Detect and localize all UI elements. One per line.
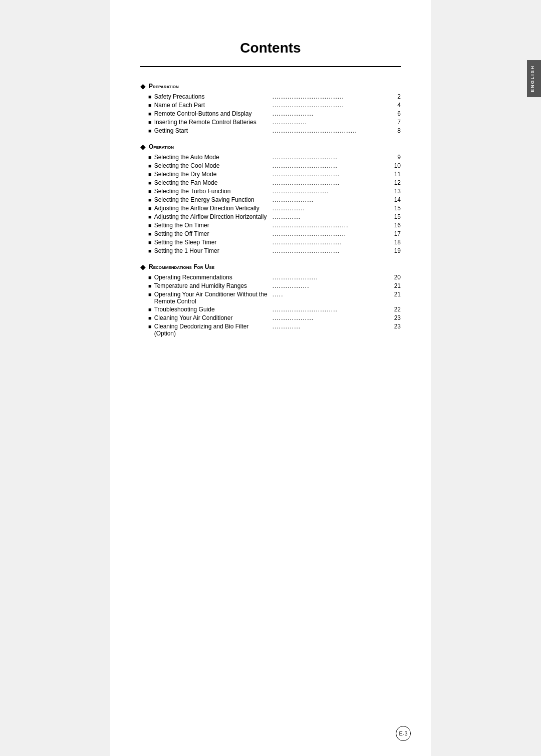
toc-item: ■Name of Each Part .....................…: [140, 102, 401, 109]
toc-item: ■Operating Your Air Conditioner Without …: [140, 291, 401, 305]
toc-label: Selecting the Fan Mode: [154, 179, 270, 186]
toc-bullet-icon: ■: [148, 231, 152, 237]
section-title-preparation: Preparation: [149, 83, 179, 90]
toc-page-number: 11: [391, 171, 401, 178]
toc-item: ■Operating Recommendations .............…: [140, 274, 401, 281]
toc-bullet-icon: ■: [148, 306, 152, 312]
side-tab: ENGLISH: [527, 60, 541, 97]
toc-item-left: ■Setting the On Timer ..................…: [148, 222, 391, 229]
toc-bullet-icon: ■: [148, 291, 152, 297]
toc-page-number: 4: [391, 102, 401, 109]
toc-page-number: 22: [391, 306, 401, 313]
toc-item: ■Cleaning Deodorizing and Bio Filter (Op…: [140, 323, 401, 337]
page-number-badge: E-3: [396, 726, 411, 741]
toc-item-left: ■Name of Each Part .....................…: [148, 102, 391, 109]
toc-item-left: ■Selecting the Auto Mode ...............…: [148, 154, 391, 161]
toc-item-left: ■Troubleshooting Guide .................…: [148, 306, 391, 313]
toc-item-left: ■Setting the Sleep Timer ...............…: [148, 239, 391, 246]
toc-label: Selecting the Turbo Function: [154, 188, 270, 195]
toc-page-number: 15: [391, 205, 401, 212]
toc-item-left: ■Setting the Off Timer .................…: [148, 230, 391, 238]
toc-bullet-icon: ■: [148, 128, 152, 134]
toc-item: ■Selecting the Auto Mode ...............…: [140, 154, 401, 161]
toc-bullet-icon: ■: [148, 214, 152, 220]
toc-bullet-icon: ■: [148, 239, 152, 245]
toc-bullet-icon: ■: [148, 171, 152, 177]
toc-label: Operating Your Air Conditioner Without t…: [154, 291, 270, 305]
toc-item-left: ■Operating Recommendations .............…: [148, 274, 391, 281]
toc-page-number: 21: [391, 291, 401, 298]
toc-item-left: ■Selecting the Dry Mode ................…: [148, 171, 391, 178]
toc-page-number: 12: [391, 179, 401, 186]
toc-label: Setting the 1 Hour Timer: [154, 247, 270, 254]
toc-page-number: 7: [391, 119, 401, 126]
toc-item-left: ■Selecting the Cool Mode ...............…: [148, 162, 391, 170]
toc-bullet-icon: ■: [148, 205, 152, 211]
toc-item: ■Setting the 1 Hour Timer ..............…: [140, 247, 401, 255]
toc-item-left: ■Getting Start .........................…: [148, 127, 391, 135]
toc-dots: ..............................: [273, 306, 389, 313]
toc-bullet-icon: ■: [148, 283, 152, 289]
toc-label: Getting Start: [154, 127, 270, 134]
toc-item: ■Setting the On Timer ..................…: [140, 222, 401, 229]
toc-item: ■Setting the Sleep Timer ...............…: [140, 239, 401, 246]
toc-dots: ..................................: [273, 230, 389, 238]
toc-bullet-icon: ■: [148, 111, 152, 117]
toc-page-number: 23: [391, 314, 401, 321]
toc-bullet-icon: ■: [148, 188, 152, 194]
toc-item-left: ■Temperature and Humidity Ranges .......…: [148, 282, 391, 290]
toc-label: Adjusting the Airflow Direction Horizont…: [154, 213, 270, 220]
toc-label: Temperature and Humidity Ranges: [154, 282, 270, 289]
toc-item: ■Selecting the Cool Mode ...............…: [140, 162, 401, 170]
toc-dots: .............: [273, 213, 389, 221]
toc-dots: ...............................: [273, 247, 389, 255]
toc-label: Cleaning Your Air Conditioner: [154, 314, 270, 321]
page-title: Contents: [140, 40, 401, 56]
toc-dots: .....................: [273, 274, 389, 281]
toc-item: ■Temperature and Humidity Ranges .......…: [140, 282, 401, 290]
toc-page-number: 19: [391, 247, 401, 254]
toc-page-number: 10: [391, 162, 401, 169]
toc-dots: ...................: [273, 314, 389, 322]
toc-item: ■Adjusting the Airflow Direction Vertica…: [140, 205, 401, 212]
toc-dots: ................................: [273, 239, 389, 246]
toc-label: Troubleshooting Guide: [154, 306, 270, 313]
section-header-operation: ◆Operation: [140, 143, 401, 151]
toc-bullet-icon: ■: [148, 102, 152, 108]
toc-dots: ..............................: [273, 154, 389, 161]
toc-dots: .......................................: [273, 127, 389, 135]
toc-item-left: ■Selecting the Fan Mode ................…: [148, 179, 391, 187]
toc-item: ■Setting the Off Timer .................…: [140, 230, 401, 238]
toc-item: ■Inserting the Remote Control Batteries …: [140, 119, 401, 126]
toc-page-number: 16: [391, 222, 401, 229]
toc-page-number: 8: [391, 127, 401, 134]
toc-label: Name of Each Part: [154, 102, 270, 109]
toc-label: Selecting the Auto Mode: [154, 154, 270, 161]
toc-dots: ...............................: [273, 171, 389, 178]
toc-page-number: 14: [391, 196, 401, 203]
section-header-preparation: ◆Preparation: [140, 82, 401, 90]
toc-item: ■Selecting the Turbo Function ..........…: [140, 188, 401, 195]
toc-bullet-icon: ■: [148, 222, 152, 228]
toc-item: ■Selecting the Energy Saving Function ..…: [140, 196, 401, 204]
toc-item: ■Selecting the Fan Mode ................…: [140, 179, 401, 187]
diamond-icon: ◆: [140, 82, 146, 90]
toc-label: Cleaning Deodorizing and Bio Filter (Opt…: [154, 323, 270, 337]
toc-page-number: 2: [391, 93, 401, 100]
section-title-recommendations: Recommendations For Use: [149, 263, 214, 270]
toc-page-number: 21: [391, 282, 401, 289]
toc-bullet-icon: ■: [148, 315, 152, 321]
toc-item-left: ■Selecting the Energy Saving Function ..…: [148, 196, 391, 204]
toc-bullet-icon: ■: [148, 180, 152, 186]
toc-item-left: ■Adjusting the Airflow Direction Vertica…: [148, 205, 391, 212]
section-header-recommendations: ◆Recommendations For Use: [140, 263, 401, 271]
toc-item: ■Remote Control-Buttons and Display ....…: [140, 110, 401, 118]
toc-dots: .................: [273, 282, 389, 290]
toc-container: ◆Preparation■Safety Precautions ........…: [140, 82, 401, 337]
toc-label: Setting the Sleep Timer: [154, 239, 270, 246]
toc-item: ■Cleaning Your Air Conditioner .........…: [140, 314, 401, 322]
toc-dots: ...............................: [273, 179, 389, 187]
toc-item-left: ■Remote Control-Buttons and Display ....…: [148, 110, 391, 118]
toc-label: Inserting the Remote Control Batteries: [154, 119, 270, 126]
toc-label: Adjusting the Airflow Direction Vertical…: [154, 205, 270, 212]
